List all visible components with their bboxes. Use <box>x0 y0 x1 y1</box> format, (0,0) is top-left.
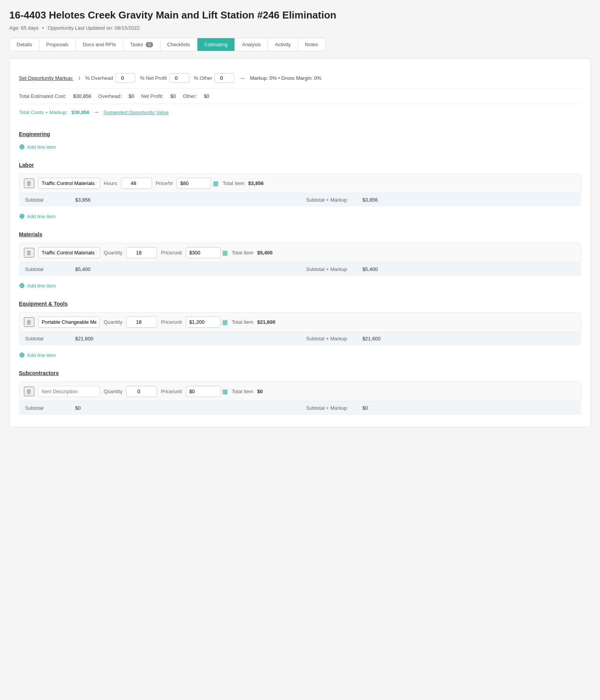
tab-activity[interactable]: Activity <box>268 38 298 51</box>
tab-analysis[interactable]: Analysis <box>235 38 268 51</box>
equipment-name-input-0[interactable] <box>38 316 100 328</box>
materials-name-input-0[interactable] <box>38 247 100 258</box>
costs-row: Total Costs + Markup: $30,856 → Suggeste… <box>19 104 581 120</box>
net-profit-total-label: Net Profit: <box>141 93 163 99</box>
materials-qty-input-0[interactable] <box>126 247 157 258</box>
labor-item-row-0: 🗑 Hours Price/hr ▦ Total Item $3,856 <box>19 173 581 193</box>
subcontractors-qty-label-0: Quantity <box>104 389 122 394</box>
arrow-icon: → <box>239 75 245 82</box>
materials-delete-0[interactable]: 🗑 <box>24 248 34 257</box>
overhead-label: % Overhead <box>85 75 113 81</box>
materials-subtotal-markup-value-0: $5,400 <box>362 266 378 272</box>
engineering-plus-icon: ⊕ <box>19 143 25 151</box>
overhead-total-label: Overhead: <box>98 93 122 99</box>
subcontractors-calc-icon-0[interactable]: ▦ <box>222 388 228 395</box>
costs-value: $30,856 <box>71 109 89 115</box>
suggested-opportunity-link[interactable]: Suggested Opportunity Value <box>103 109 169 115</box>
labor-subtotal-value-0: $3,856 <box>75 197 91 203</box>
equipment-item-row-0: 🗑 Quantity Price/unit ▦ Total Item $21,6… <box>19 312 581 332</box>
subcontractors-qty-input-0[interactable] <box>126 386 157 397</box>
equipment-title: Equipment & Tools <box>19 301 581 307</box>
materials-subtotal-right-0: Subtotal + Markup $5,400 <box>300 262 581 276</box>
overhead-total-value: $0 <box>129 93 134 99</box>
engineering-add-label: Add line item <box>27 144 56 150</box>
materials-subtotal-value-0: $5,400 <box>75 266 91 272</box>
subcontractors-item-0: 🗑 Quantity Price/unit ▦ Total Item $0 Su… <box>19 382 581 415</box>
materials-title: Materials <box>19 231 581 237</box>
engineering-section: Engineering ⊕ Add line item <box>19 131 581 151</box>
costs-arrow: → <box>93 109 99 116</box>
subcontractors-name-input-0[interactable] <box>38 386 100 397</box>
equipment-subtotal-label-0: Subtotal <box>25 336 52 342</box>
materials-subtotal-label-0: Subtotal <box>25 266 52 272</box>
materials-section: Materials 🗑 Quantity Price/unit ▦ Total … <box>19 231 581 290</box>
equipment-delete-0[interactable]: 🗑 <box>24 317 34 327</box>
subcontractors-price-wrap-0: ▦ <box>186 386 228 397</box>
materials-price-label-0: Price/unit <box>161 250 182 256</box>
net-profit-total-value: $0 <box>170 93 176 99</box>
tab-notes[interactable]: Notes <box>298 38 325 51</box>
subcontractors-delete-0[interactable]: 🗑 <box>24 387 34 396</box>
labor-section: Labor 🗑 Hours Price/hr ▦ Total Item $3,8… <box>19 162 581 220</box>
materials-subtotal-row-0: Subtotal $5,400 Subtotal + Markup $5,400 <box>19 262 581 276</box>
other-total-value: $0 <box>204 93 209 99</box>
equipment-subtotal-left-0: Subtotal $21,600 <box>19 332 300 345</box>
net-profit-segment: % Net Profit <box>140 73 189 83</box>
labor-subtotal-right-0: Subtotal + Markup $3,856 <box>300 193 581 207</box>
equipment-subtotal-row-0: Subtotal $21,600 Subtotal + Markup $21,6… <box>19 332 581 345</box>
equipment-subtotal-markup-value-0: $21,600 <box>362 336 381 342</box>
equipment-calc-icon-0[interactable]: ▦ <box>222 318 228 326</box>
set-markup-label[interactable]: Set Opportunity Markup: <box>19 75 73 81</box>
materials-price-input-0[interactable] <box>186 247 221 258</box>
labor-price-label-0: Price/hr <box>156 180 173 186</box>
labor-subtotal-left-0: Subtotal $3,856 <box>19 193 300 207</box>
subcontractors-subtotal-value-0: $0 <box>75 405 81 411</box>
tab-estimating[interactable]: Estimating <box>197 38 235 51</box>
equipment-price-input-0[interactable] <box>186 316 221 328</box>
subcontractors-subtotal-label-0: Subtotal <box>25 405 52 411</box>
labor-name-input-0[interactable] <box>38 178 100 189</box>
engineering-add-line-item[interactable]: ⊕ Add line item <box>19 143 581 151</box>
markup-result: Markup: 0% • Gross Margin: 0% <box>250 75 321 81</box>
subcontractors-section: Subcontractors 🗑 Quantity Price/unit ▦ T… <box>19 370 581 415</box>
tab-details[interactable]: Details <box>10 38 39 51</box>
subcontractors-total-value-0: $0 <box>257 389 263 394</box>
tab-docs-rfis[interactable]: Docs and RFIs <box>76 38 123 51</box>
other-input[interactable] <box>214 73 234 83</box>
tab-proposals[interactable]: Proposals <box>39 38 76 51</box>
labor-hours-input-0[interactable] <box>121 178 152 189</box>
info-icon[interactable]: ℹ <box>79 76 81 81</box>
materials-price-wrap-0: ▦ <box>186 247 228 258</box>
other-total-label: Other: <box>183 93 197 99</box>
costs-label: Total Costs + Markup: <box>19 109 67 115</box>
equipment-item-0: 🗑 Quantity Price/unit ▦ Total Item $21,6… <box>19 312 581 345</box>
equipment-section: Equipment & Tools 🗑 Quantity Price/unit … <box>19 301 581 359</box>
net-profit-input[interactable] <box>169 73 189 83</box>
labor-delete-0[interactable]: 🗑 <box>24 178 34 188</box>
materials-subtotal-markup-label-0: Subtotal + Markup <box>306 266 347 272</box>
labor-item-0: 🗑 Hours Price/hr ▦ Total Item $3,856 Sub… <box>19 173 581 207</box>
other-segment: % Other <box>194 73 235 83</box>
tab-checklists[interactable]: Checklists <box>160 38 197 51</box>
tab-tasks[interactable]: Tasks 0 <box>123 38 160 51</box>
subcontractors-subtotal-row-0: Subtotal $0 Subtotal + Markup $0 <box>19 401 581 415</box>
equipment-add-line-item[interactable]: ⊕ Add line item <box>19 351 581 359</box>
labor-calc-icon-0[interactable]: ▦ <box>213 180 219 187</box>
labor-add-line-item[interactable]: ⊕ Add line item <box>19 212 581 220</box>
page-title: 16-4403 Helotes Creek Gravity Main and L… <box>9 9 591 21</box>
subcontractors-title: Subcontractors <box>19 370 581 376</box>
overhead-input[interactable] <box>115 73 135 83</box>
equipment-add-label: Add line item <box>27 352 56 358</box>
other-label: % Other <box>194 75 212 81</box>
labor-hours-label-0: Hours <box>104 180 117 186</box>
equipment-subtotal-right-0: Subtotal + Markup $21,600 <box>300 332 581 345</box>
subcontractors-price-input-0[interactable] <box>186 386 221 397</box>
materials-item-0: 🗑 Quantity Price/unit ▦ Total Item $5,40… <box>19 243 581 276</box>
materials-add-line-item[interactable]: ⊕ Add line item <box>19 281 581 290</box>
labor-price-input-0[interactable] <box>177 178 211 189</box>
materials-calc-icon-0[interactable]: ▦ <box>222 249 228 256</box>
equipment-qty-input-0[interactable] <box>126 316 157 328</box>
labor-subtotal-markup-value-0: $3,856 <box>362 197 378 203</box>
subcontractors-subtotal-markup-label-0: Subtotal + Markup <box>306 405 347 411</box>
markup-row: Set Opportunity Markup: ℹ % Overhead % N… <box>19 68 581 89</box>
